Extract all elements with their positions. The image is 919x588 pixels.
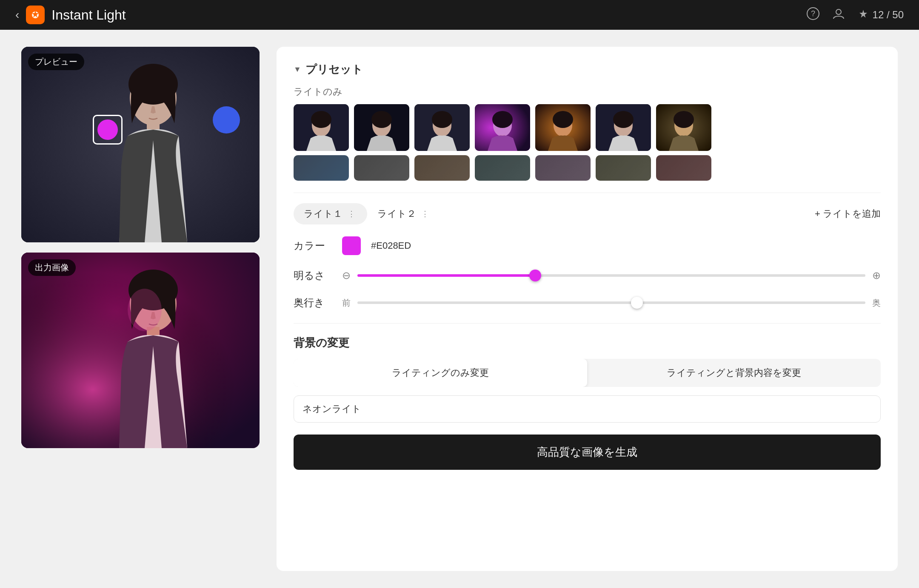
preset-thumb-14[interactable] bbox=[656, 155, 711, 181]
svg-point-30 bbox=[492, 111, 513, 128]
svg-point-34 bbox=[553, 111, 573, 128]
color-label: カラー bbox=[294, 239, 332, 253]
brightness-slider-container: ⊖ ⊕ bbox=[342, 270, 881, 281]
user-icon[interactable] bbox=[832, 7, 845, 23]
tab-2-menu-button[interactable]: ⋮ bbox=[420, 209, 431, 219]
depth-control-row: 奥行き 前 奥 bbox=[294, 296, 881, 310]
preset-thumb-11[interactable] bbox=[475, 155, 530, 181]
svg-point-18 bbox=[311, 111, 331, 128]
brightness-label: 明るさ bbox=[294, 269, 332, 282]
tab-1-menu-button[interactable]: ⋮ bbox=[346, 209, 357, 219]
back-button[interactable]: ‹ bbox=[15, 8, 19, 22]
preset-thumb-4[interactable] bbox=[475, 104, 530, 151]
brightness-minus-icon[interactable]: ⊖ bbox=[342, 270, 351, 281]
svg-point-15 bbox=[128, 289, 162, 331]
preset-title: プリセット bbox=[305, 62, 363, 77]
header-left: ‹ Instant Light bbox=[15, 6, 126, 24]
color-hex-value: #E028ED bbox=[371, 240, 411, 251]
svg-point-26 bbox=[432, 111, 452, 128]
credits-badge: 12 / 50 bbox=[857, 9, 904, 21]
main-layout: プレビュー bbox=[0, 30, 919, 588]
color-control-row: カラー #E028ED bbox=[294, 236, 881, 255]
app-title: Instant Light bbox=[51, 7, 126, 23]
generate-button[interactable]: 高品質な画像を生成 bbox=[294, 435, 881, 470]
depth-slider-container: 前 奥 bbox=[342, 297, 881, 309]
preset-thumb-8[interactable] bbox=[294, 155, 349, 181]
preset-thumb-5[interactable] bbox=[535, 104, 591, 151]
credits-icon bbox=[857, 9, 869, 21]
credits-text: 12 / 50 bbox=[873, 9, 904, 21]
add-light-button[interactable]: + ライトを追加 bbox=[815, 207, 881, 220]
preset-section-header: ▼ プリセット bbox=[294, 62, 881, 77]
preset-thumb-13[interactable] bbox=[596, 155, 651, 181]
output-image bbox=[21, 253, 260, 448]
depth-front-label: 前 bbox=[342, 297, 351, 309]
brightness-plus-icon[interactable]: ⊕ bbox=[872, 270, 881, 281]
bg-toggle-group: ライティングのみ変更 ライティングと背景内容を変更 bbox=[294, 359, 881, 387]
preset-thumb-3[interactable] bbox=[414, 104, 470, 151]
left-panel: プレビュー bbox=[21, 47, 260, 571]
output-background-svg bbox=[21, 253, 260, 448]
header: ‹ Instant Light ? 12 / 50 bbox=[0, 0, 919, 30]
preview-container: プレビュー bbox=[21, 47, 260, 242]
help-icon[interactable]: ? bbox=[806, 7, 820, 23]
preview-image bbox=[21, 47, 260, 242]
depth-slider-track[interactable] bbox=[357, 301, 865, 304]
svg-point-22 bbox=[371, 111, 392, 128]
color-swatch[interactable] bbox=[342, 236, 361, 255]
preview-background-svg bbox=[21, 47, 260, 242]
header-right: ? 12 / 50 bbox=[806, 7, 904, 23]
preset-thumb-9[interactable] bbox=[354, 155, 409, 181]
output-container: 出力画像 bbox=[21, 253, 260, 448]
bg-lighting-and-bg-button[interactable]: ライティングと背景内容を変更 bbox=[587, 359, 881, 387]
bg-description-input[interactable] bbox=[294, 395, 881, 423]
tab-light-1[interactable]: ライト１ ⋮ bbox=[294, 203, 367, 224]
tabs-row: ライト１ ⋮ ライト２ ⋮ + ライトを追加 bbox=[294, 203, 881, 224]
preset-grid-row2 bbox=[294, 155, 881, 181]
preview-label: プレビュー bbox=[28, 54, 84, 70]
background-section: 背景の変更 ライティングのみ変更 ライティングと背景内容を変更 高品質な画像を生… bbox=[294, 323, 881, 470]
tab-2-label: ライト２ bbox=[377, 207, 416, 220]
preset-thumb-12[interactable] bbox=[535, 155, 591, 181]
preset-thumb-2[interactable] bbox=[354, 104, 409, 151]
brightness-slider-thumb[interactable] bbox=[529, 270, 541, 281]
right-panel: ▼ プリセット ライトのみ bbox=[277, 47, 898, 571]
light-1-dot bbox=[97, 119, 118, 140]
tab-1-label: ライト１ bbox=[304, 207, 342, 220]
output-label: 出力画像 bbox=[28, 259, 76, 276]
depth-slider-thumb[interactable] bbox=[631, 297, 643, 309]
tabs-section: ライト１ ⋮ ライト２ ⋮ + ライトを追加 カラー #E028ED 明るさ bbox=[294, 193, 881, 310]
bg-section-title: 背景の変更 bbox=[294, 335, 881, 350]
preset-category: ライトのみ bbox=[294, 85, 881, 98]
depth-label: 奥行き bbox=[294, 296, 332, 310]
svg-text:?: ? bbox=[811, 9, 815, 18]
bg-lighting-only-button[interactable]: ライティングのみ変更 bbox=[294, 359, 587, 387]
tab-light-2[interactable]: ライト２ ⋮ bbox=[367, 203, 441, 224]
depth-back-label: 奥 bbox=[872, 297, 881, 309]
light-2-dot[interactable] bbox=[213, 106, 240, 134]
svg-point-3 bbox=[836, 9, 841, 14]
svg-point-38 bbox=[613, 111, 634, 128]
app-icon bbox=[26, 6, 45, 24]
preset-thumb-1[interactable] bbox=[294, 104, 349, 151]
brightness-slider-track[interactable] bbox=[357, 274, 865, 277]
collapse-arrow-icon[interactable]: ▼ bbox=[294, 65, 301, 74]
svg-point-42 bbox=[674, 111, 694, 128]
light-1-indicator[interactable] bbox=[93, 115, 123, 145]
preset-thumb-6[interactable] bbox=[596, 104, 651, 151]
brightness-control-row: 明るさ ⊖ ⊕ bbox=[294, 269, 881, 282]
preset-grid-row1 bbox=[294, 104, 881, 151]
preset-thumb-7[interactable] bbox=[656, 104, 711, 151]
preset-thumb-10[interactable] bbox=[414, 155, 470, 181]
